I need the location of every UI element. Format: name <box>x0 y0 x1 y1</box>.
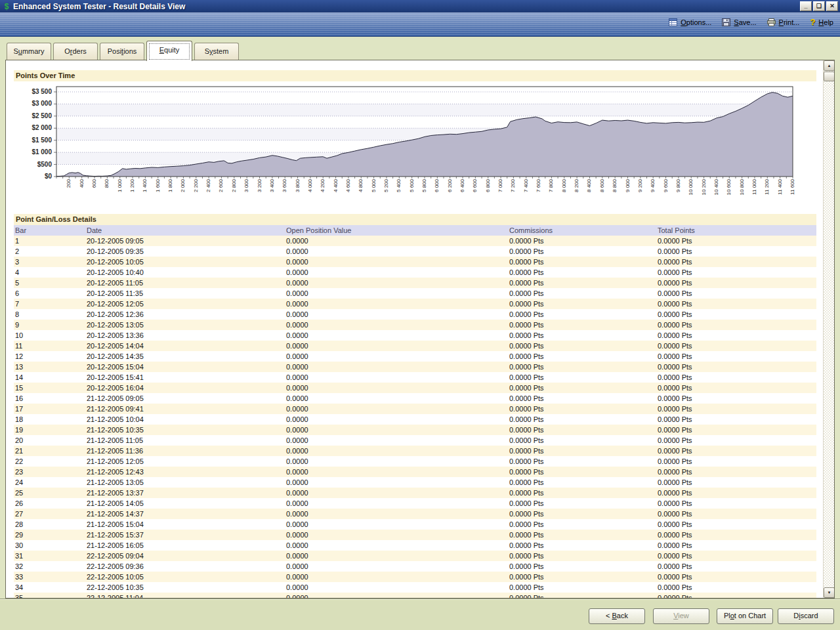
table-cell: 21-12-2005 10:04 <box>87 414 286 425</box>
table-row[interactable]: 820-12-2005 12:360.00000.0000 Pts0.0000 … <box>14 309 816 320</box>
table-row[interactable]: 1320-12-2005 15:040.00000.0000 Pts0.0000… <box>14 362 816 372</box>
table-row[interactable]: 720-12-2005 12:050.00000.0000 Pts0.0000 … <box>14 299 816 309</box>
table-row[interactable]: 1520-12-2005 16:040.00000.0000 Pts0.0000… <box>14 383 816 393</box>
table-cell: 0.0000 Pts <box>658 246 816 257</box>
table-cell: 0.0000 Pts <box>658 404 816 414</box>
table-row[interactable]: 2821-12-2005 15:040.00000.0000 Pts0.0000… <box>14 519 816 530</box>
table-row[interactable]: 1921-12-2005 10:350.00000.0000 Pts0.0000… <box>14 425 816 435</box>
plot-on-chart-button[interactable]: Plot on Chart <box>717 608 773 624</box>
minimize-button[interactable]: _ <box>800 1 812 11</box>
table-row[interactable]: 2621-12-2005 14:050.00000.0000 Pts0.0000… <box>14 498 816 509</box>
table-row[interactable]: 320-12-2005 10:050.00000.0000 Pts0.0000 … <box>14 257 816 267</box>
x-tick-label: 6 200 <box>447 179 453 192</box>
discard-button[interactable]: Discard <box>778 608 834 624</box>
table-cell: 21-12-2005 13:37 <box>87 488 286 498</box>
print-button[interactable]: Print... <box>767 18 800 26</box>
table-row[interactable]: 2021-12-2005 11:050.00000.0000 Pts0.0000… <box>14 435 816 446</box>
tab-system[interactable]: System <box>194 43 239 60</box>
scrollbar-thumb[interactable] <box>824 72 835 81</box>
x-tick-label: 3 400 <box>269 179 275 192</box>
table-row[interactable]: 2921-12-2005 15:370.00000.0000 Pts0.0000… <box>14 530 816 540</box>
back-button[interactable]: < Back <box>589 608 645 624</box>
table-cell: 0.0000 <box>286 383 509 393</box>
x-tick-label: 10 400 <box>713 179 719 195</box>
table-row[interactable]: 1120-12-2005 14:040.00000.0000 Pts0.0000… <box>14 341 816 351</box>
table-row[interactable]: 2321-12-2005 12:430.00000.0000 Pts0.0000… <box>14 467 816 477</box>
x-tick-label: 1 200 <box>129 179 135 192</box>
table-cell: 0.0000 <box>286 425 509 435</box>
table-cell: 32 <box>14 561 87 572</box>
table-cell: 0.0000 Pts <box>658 372 816 383</box>
table-cell: 0.0000 <box>286 246 509 257</box>
y-tick-label: $1 000 <box>11 148 52 156</box>
table-cell: 21-12-2005 15:37 <box>87 530 286 540</box>
table-cell: 21-12-2005 16:05 <box>87 540 286 551</box>
options-button[interactable]: Options... <box>669 18 711 26</box>
close-button[interactable]: ✕ <box>826 1 838 11</box>
table-row[interactable]: 3222-12-2005 09:360.00000.0000 Pts0.0000… <box>14 561 816 572</box>
table-cell: 0.0000 Pts <box>509 309 658 320</box>
table-row[interactable]: 2121-12-2005 11:360.00000.0000 Pts0.0000… <box>14 446 816 456</box>
table-cell: 0.0000 Pts <box>658 257 816 267</box>
table-row[interactable]: 3422-12-2005 10:350.00000.0000 Pts0.0000… <box>14 582 816 593</box>
table-row[interactable]: 420-12-2005 10:400.00000.0000 Pts0.0000 … <box>14 267 816 278</box>
table-row[interactable]: 2721-12-2005 14:370.00000.0000 Pts0.0000… <box>14 509 816 519</box>
table-row[interactable]: 1721-12-2005 09:410.00000.0000 Pts0.0000… <box>14 404 816 414</box>
save-button[interactable]: Save... <box>722 18 756 26</box>
table-row[interactable]: 3522-12-2005 11:040.00000.0000 Pts0.0000… <box>14 593 816 598</box>
x-tick-label: 9 400 <box>650 179 656 192</box>
tab-orders[interactable]: Orders <box>53 43 98 60</box>
vertical-scrollbar[interactable]: ▲ ▼ <box>823 60 834 598</box>
restore-button[interactable]: ❏ <box>813 1 825 11</box>
table-cell: 0.0000 Pts <box>658 309 816 320</box>
table-cell: 0.0000 <box>286 404 509 414</box>
table-row[interactable]: 2521-12-2005 13:370.00000.0000 Pts0.0000… <box>14 488 816 498</box>
table-cell: 19 <box>14 425 87 435</box>
table-cell: 0.0000 <box>286 362 509 372</box>
table-row[interactable]: 120-12-2005 09:050.00000.0000 Pts0.0000 … <box>14 236 816 246</box>
x-tick-label: 2 200 <box>193 179 199 192</box>
table-cell: 0.0000 <box>286 519 509 530</box>
table-cell: 0.0000 Pts <box>509 488 658 498</box>
table-cell: 0.0000 <box>286 372 509 383</box>
table-cell: 0.0000 <box>286 561 509 572</box>
tab-positions[interactable]: Positions <box>100 43 144 60</box>
table-row[interactable]: 3322-12-2005 10:050.00000.0000 Pts0.0000… <box>14 572 816 582</box>
table-row[interactable]: 1420-12-2005 15:410.00000.0000 Pts0.0000… <box>14 372 816 383</box>
x-tick-label: 3 800 <box>295 179 301 192</box>
table-cell: 0.0000 Pts <box>509 435 658 446</box>
scroll-up-icon[interactable]: ▲ <box>824 60 835 71</box>
table-cell: 20-12-2005 16:04 <box>87 383 286 393</box>
table-cell: 0.0000 <box>286 393 509 404</box>
table-row[interactable]: 3021-12-2005 16:050.00000.0000 Pts0.0000… <box>14 540 816 551</box>
x-tick-label: 4 600 <box>345 179 351 192</box>
table-row[interactable]: 1821-12-2005 10:040.00000.0000 Pts0.0000… <box>14 414 816 425</box>
table-row[interactable]: 220-12-2005 09:350.00000.0000 Pts0.0000 … <box>14 246 816 257</box>
table-row[interactable]: 1020-12-2005 13:360.00000.0000 Pts0.0000… <box>14 330 816 341</box>
table-rows: 120-12-2005 09:050.00000.0000 Pts0.0000 … <box>14 236 816 598</box>
table-cell: 0.0000 Pts <box>509 362 658 372</box>
table-row[interactable]: 2221-12-2005 12:050.00000.0000 Pts0.0000… <box>14 456 816 467</box>
table-cell: 20-12-2005 12:05 <box>87 299 286 309</box>
table-cell: 0.0000 Pts <box>509 383 658 393</box>
y-tick-label: $2 500 <box>11 112 52 120</box>
table-row[interactable]: 520-12-2005 11:050.00000.0000 Pts0.0000 … <box>14 278 816 288</box>
table-row[interactable]: 1220-12-2005 14:350.00000.0000 Pts0.0000… <box>14 351 816 362</box>
tab-equity[interactable]: Equity <box>146 41 192 61</box>
x-tick-label: 1 600 <box>155 179 161 192</box>
table-cell: 0.0000 Pts <box>509 299 658 309</box>
table-row[interactable]: 3122-12-2005 09:040.00000.0000 Pts0.0000… <box>14 551 816 561</box>
table-cell: 0.0000 Pts <box>509 551 658 561</box>
table-row[interactable]: 620-12-2005 11:350.00000.0000 Pts0.0000 … <box>14 288 816 299</box>
table-row[interactable]: 920-12-2005 13:050.00000.0000 Pts0.0000 … <box>14 320 816 330</box>
table-row[interactable]: 1621-12-2005 09:050.00000.0000 Pts0.0000… <box>14 393 816 404</box>
table-cell: 0.0000 Pts <box>658 435 816 446</box>
table-cell: 22-12-2005 10:35 <box>87 582 286 593</box>
x-tick-label: 5 000 <box>371 179 377 192</box>
help-button[interactable]: ? Help <box>810 17 833 27</box>
table-row[interactable]: 2421-12-2005 13:050.00000.0000 Pts0.0000… <box>14 477 816 488</box>
x-tick-label: 9 000 <box>625 179 631 192</box>
tab-summary[interactable]: Summary <box>7 43 51 60</box>
scroll-down-icon[interactable]: ▼ <box>824 587 835 598</box>
table-cell: 0.0000 Pts <box>658 572 816 582</box>
